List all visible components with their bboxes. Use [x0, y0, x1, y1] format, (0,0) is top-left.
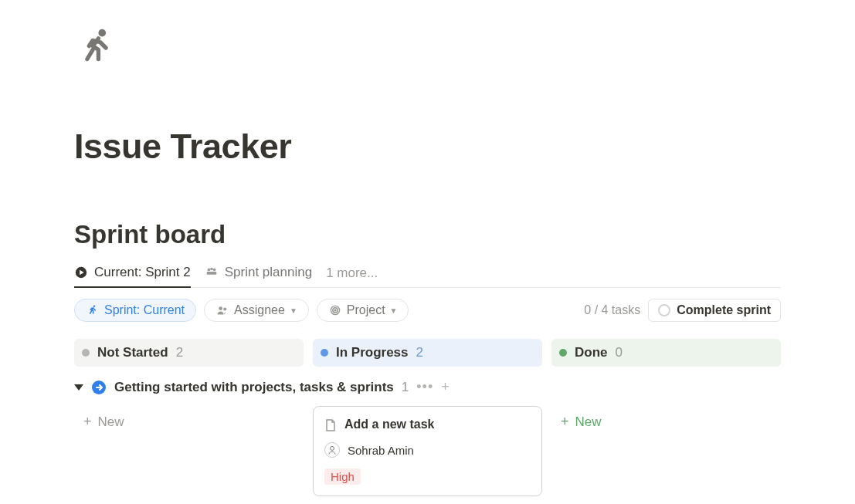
- column-count: 2: [176, 345, 183, 360]
- group-name[interactable]: Getting started with projects, tasks & s…: [114, 380, 394, 395]
- column-name: Not Started: [97, 345, 168, 360]
- column-name: In Progress: [336, 345, 409, 360]
- svg-point-12: [334, 310, 336, 311]
- tabs: Current: Sprint 2 Sprint planning 1 more…: [74, 265, 781, 288]
- column-count: 2: [416, 345, 423, 360]
- column-not-started[interactable]: Not Started 2: [74, 339, 304, 367]
- group-header: Getting started with projects, tasks & s…: [74, 379, 781, 395]
- board-title: Sprint board: [74, 220, 781, 249]
- target-icon: [328, 303, 342, 317]
- page-title: Issue Tracker: [74, 126, 781, 167]
- complete-label: Complete sprint: [677, 303, 771, 317]
- document-icon: [324, 419, 337, 431]
- new-label: New: [98, 414, 124, 430]
- filter-project[interactable]: Project ▼: [317, 299, 409, 322]
- play-circle-icon: [74, 266, 88, 279]
- circle-icon: [658, 304, 670, 316]
- tab-current-sprint[interactable]: Current: Sprint 2: [74, 265, 191, 288]
- chevron-down-icon: ▼: [390, 306, 398, 315]
- assignee-name: Sohrab Amin: [348, 444, 414, 457]
- new-task-button[interactable]: + New: [551, 406, 781, 438]
- tab-label: Sprint planning: [225, 265, 312, 280]
- filter-label: Sprint: Current: [104, 303, 185, 317]
- column-headers: Not Started 2 In Progress 2 Done 0: [74, 339, 781, 367]
- column-count: 0: [616, 345, 623, 360]
- avatar: [324, 442, 340, 458]
- filter-assignee[interactable]: Assignee ▼: [204, 299, 309, 322]
- svg-point-5: [210, 268, 213, 271]
- cards-row: + New Add a new task Sohrab Amin High + …: [74, 406, 781, 499]
- column-slot-done: + New: [551, 406, 781, 499]
- more-icon[interactable]: •••: [416, 379, 433, 395]
- column-name: Done: [575, 345, 608, 360]
- collapse-toggle[interactable]: [74, 384, 83, 391]
- tab-label: Current: Sprint 2: [94, 265, 191, 280]
- svg-point-7: [93, 305, 95, 306]
- status-dot: [559, 349, 567, 357]
- plus-icon: +: [83, 414, 92, 430]
- status-dot: [82, 349, 90, 357]
- svg-point-9: [223, 307, 226, 310]
- filter-bar: Sprint: Current Assignee ▼ Project ▼ 0 /…: [74, 299, 781, 322]
- svg-point-14: [331, 446, 334, 450]
- filter-label: Project: [347, 303, 385, 317]
- chevron-down-icon: ▼: [290, 306, 297, 315]
- svg-point-8: [219, 306, 222, 310]
- plus-icon: +: [561, 414, 569, 430]
- column-slot-in-progress: Add a new task Sohrab Amin High: [313, 406, 542, 499]
- filter-label: Assignee: [234, 303, 285, 317]
- svg-point-4: [213, 269, 216, 272]
- complete-sprint-button[interactable]: Complete sprint: [648, 299, 781, 322]
- column-slot-not-started: + New: [74, 406, 304, 499]
- svg-point-0: [98, 29, 106, 37]
- new-task-button[interactable]: + New: [74, 406, 304, 438]
- task-card[interactable]: Add a new task Sohrab Amin High: [313, 406, 542, 496]
- users-icon: [215, 303, 229, 317]
- page-icon: [74, 25, 119, 79]
- add-icon[interactable]: +: [441, 379, 450, 395]
- new-label: New: [575, 414, 602, 430]
- task-count: 0 / 4 tasks: [584, 303, 640, 317]
- filter-sprint[interactable]: Sprint: Current: [74, 299, 196, 322]
- arrow-circle-icon: [91, 380, 107, 395]
- task-title: Add a new task: [344, 418, 434, 431]
- svg-point-3: [207, 269, 210, 272]
- status-dot: [321, 349, 328, 357]
- svg-rect-6: [206, 272, 216, 275]
- group-count: 1: [402, 380, 409, 395]
- people-icon: [205, 266, 219, 279]
- priority-tag: High: [324, 468, 361, 485]
- column-done[interactable]: Done 0: [551, 339, 781, 367]
- tabs-more[interactable]: 1 more...: [326, 266, 378, 287]
- column-in-progress[interactable]: In Progress 2: [313, 339, 542, 367]
- running-icon: [86, 303, 100, 317]
- tab-sprint-planning[interactable]: Sprint planning: [205, 265, 312, 288]
